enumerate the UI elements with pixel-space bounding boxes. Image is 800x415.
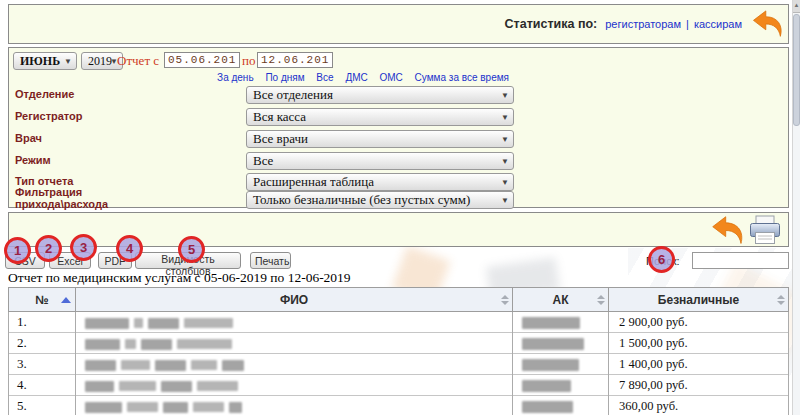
report-title: Отчет по медицинским услугам с 05-06-201…: [8, 270, 351, 286]
column-header-cashless[interactable]: Безналичные: [609, 288, 789, 312]
date-from-input[interactable]: [164, 52, 240, 68]
link-registrators[interactable]: регистраторам: [605, 18, 681, 30]
department-label: Отделение: [15, 88, 74, 100]
quick-link-oms[interactable]: ОМС: [379, 72, 402, 83]
back-arrow-icon[interactable]: [710, 216, 746, 245]
stats-panel: Статистика по: регистраторам | кассирам: [8, 4, 789, 44]
quick-link-dms[interactable]: ДМС: [345, 72, 367, 83]
annotation-badge-1: 1: [4, 237, 31, 264]
row-number: 3.: [9, 354, 76, 375]
chevron-down-icon: ▼: [64, 57, 72, 66]
department-select[interactable]: Все отделения ▼: [246, 86, 514, 104]
chevron-down-icon: ▼: [501, 113, 509, 122]
annotation-badge-5: 5: [178, 236, 205, 263]
income-filter-select-value: Только безналичные (без пустых сумм): [253, 192, 470, 207]
cashless-amount: 2 900,00 руб.: [609, 312, 789, 333]
link-separator: |: [686, 18, 689, 30]
scrollbar[interactable]: ▲: [792, 0, 800, 415]
fio-redacted: [76, 333, 513, 354]
table-row[interactable]: 2. 1 500,00 руб.: [9, 333, 789, 354]
ak-redacted: [513, 333, 609, 354]
quick-link-day[interactable]: За день: [217, 72, 254, 83]
annotation-badge-4: 4: [116, 235, 143, 262]
sort-icon: [597, 295, 605, 305]
report-table: № ФИО АК Безналичные 1.: [8, 287, 789, 415]
chevron-down-icon: ▼: [501, 196, 509, 205]
year-select-value: 2019: [88, 54, 112, 68]
fio-redacted: [76, 312, 513, 333]
stats-label: Статистика по:: [505, 17, 598, 31]
row-number: 5.: [9, 396, 76, 415]
row-number: 4.: [9, 375, 76, 396]
department-select-value: Все отделения: [253, 87, 333, 102]
quick-link-all[interactable]: Все: [316, 72, 333, 83]
report-to-label: по: [242, 53, 255, 69]
fio-redacted: [76, 375, 513, 396]
scrollbar-up-arrow[interactable]: ▲: [793, 0, 800, 13]
ak-redacted: [513, 354, 609, 375]
month-select-value: ИЮНЬ: [20, 54, 60, 68]
sort-icon: [501, 295, 509, 305]
column-header-label: АК: [553, 293, 569, 307]
cashless-amount: 7 890,00 руб.: [609, 375, 789, 396]
column-header-label: ФИО: [280, 293, 308, 307]
chevron-down-icon: ▼: [501, 91, 509, 100]
date-to-input[interactable]: [257, 52, 333, 68]
column-header-label: №: [35, 293, 48, 307]
table-row[interactable]: 4. 7 890,00 руб.: [9, 375, 789, 396]
chevron-down-icon: ▼: [501, 157, 509, 166]
page: Статистика по: регистраторам | кассирам …: [0, 0, 800, 415]
registrator-label: Регистратор: [15, 110, 83, 122]
report-type-select-value: Расширенная таблица: [253, 174, 374, 189]
print-button[interactable]: Печать: [250, 252, 291, 269]
cashless-amount: 360,00 руб.: [609, 396, 789, 415]
annotation-badge-3: 3: [70, 234, 97, 261]
cashless-amount: 1 400,00 руб.: [609, 354, 789, 375]
sort-icon: [777, 295, 785, 305]
doctor-select-value: Все врачи: [253, 131, 308, 146]
row-number: 2.: [9, 333, 76, 354]
cashless-amount: 1 500,00 руб.: [609, 333, 789, 354]
scrollbar-thumb[interactable]: [793, 14, 800, 126]
chevron-down-icon: ▼: [501, 135, 509, 144]
fio-redacted: [76, 354, 513, 375]
column-header-ak[interactable]: АК: [513, 288, 609, 312]
income-filter-label: Фильтрация прихода\расхода: [15, 186, 145, 210]
row-number: 1.: [9, 312, 76, 333]
annotation-badge-2: 2: [35, 235, 62, 262]
report-from-label: Отчет с: [117, 53, 159, 69]
registrator-select-value: Вся касса: [253, 109, 306, 124]
mode-select[interactable]: Все ▼: [246, 152, 514, 170]
quick-links: За день По дням Все ДМС ОМС Сумма за все…: [208, 72, 509, 83]
column-header-num[interactable]: №: [9, 288, 76, 312]
chevron-down-icon: ▼: [501, 178, 509, 187]
month-select[interactable]: ИЮНЬ ▼: [13, 52, 77, 70]
annotation-badge-6: 6: [648, 246, 675, 273]
ak-redacted: [513, 312, 609, 333]
quick-link-total-all-time[interactable]: Сумма за все время: [415, 72, 509, 83]
table-row[interactable]: 5. 360,00 руб.: [9, 396, 789, 415]
table-row[interactable]: 1. 2 900,00 руб.: [9, 312, 789, 333]
income-filter-select[interactable]: Только безналичные (без пустых сумм) ▼: [246, 191, 514, 209]
link-cashiers[interactable]: кассирам: [694, 18, 742, 30]
fio-redacted: [76, 396, 513, 415]
report-type-select[interactable]: Расширенная таблица ▼: [246, 173, 514, 191]
registrator-select[interactable]: Вся касса ▼: [246, 108, 514, 126]
printer-icon[interactable]: [749, 215, 781, 245]
mode-label: Режим: [15, 154, 51, 166]
back-arrow-icon[interactable]: [752, 9, 784, 39]
sort-asc-icon: [61, 297, 71, 303]
table-row[interactable]: 3. 1 400,00 руб.: [9, 354, 789, 375]
search-input[interactable]: [692, 252, 789, 269]
table-header-row: № ФИО АК Безналичные: [9, 288, 789, 312]
quick-link-by-days[interactable]: По дням: [265, 72, 304, 83]
column-header-fio[interactable]: ФИО: [76, 288, 513, 312]
column-header-label: Безналичные: [658, 293, 739, 307]
filters-panel: ИЮНЬ ▼ 2019 ▼ Отчет с по За день По дням…: [8, 47, 789, 208]
doctor-select[interactable]: Все врачи ▼: [246, 130, 514, 148]
ak-redacted: [513, 375, 609, 396]
mode-select-value: Все: [253, 153, 273, 168]
doctor-label: Врач: [15, 132, 42, 144]
ak-redacted: [513, 396, 609, 415]
